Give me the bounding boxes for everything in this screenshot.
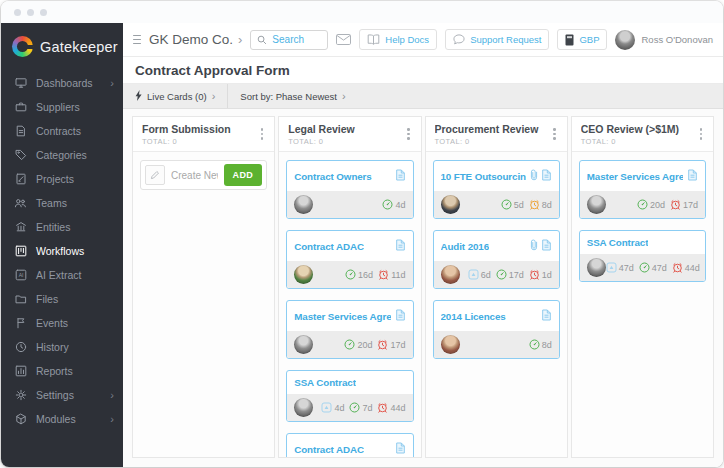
card-audit-2016[interactable]: Audit 20166d17d1d [433, 230, 560, 289]
sidebar-item-label: Settings [36, 389, 74, 401]
metric-ontrack: 20d [637, 199, 665, 210]
card-title-row: Contract Owners [287, 161, 412, 191]
card-ssa-contract[interactable]: SSA Contract47d47d44d [579, 230, 706, 282]
sidebar-item-ai-extract[interactable]: AIAI Extract [1, 263, 123, 287]
card-2014-licences[interactable]: 2014 Licences8d [433, 300, 560, 359]
brand-name: Gatekeeper [40, 39, 118, 55]
card-title-row: SSA Contract [287, 371, 412, 394]
warning-icon [529, 199, 540, 210]
company-switcher[interactable]: GK Demo Co. › [149, 32, 242, 47]
svg-text:AI: AI [18, 272, 23, 278]
card-title-row: SSA Contract [580, 231, 705, 254]
paperclip-icon [530, 167, 538, 185]
sidebar-item-history[interactable]: History [1, 335, 123, 359]
card-title-row: Contract ADAC [287, 434, 412, 457]
metric-value: 44d [390, 403, 405, 413]
metric-value: 7d [362, 403, 372, 413]
sidebar-item-workflows[interactable]: Workflows [1, 239, 123, 263]
metric-overdue: 44d [377, 402, 405, 413]
window-dot[interactable] [27, 9, 34, 16]
sidebar-item-settings[interactable]: Settings› [1, 383, 123, 407]
sidebar-item-dashboards[interactable]: Dashboards› [1, 71, 123, 95]
column-header: CEO Review (>$1M)TOTAL: 0 [572, 117, 713, 152]
card-contract-adac[interactable]: Contract ADAC16d11d [286, 433, 413, 457]
metric-ontrack: 4d [382, 199, 405, 210]
card-10-fte-outsourcing-staff[interactable]: 10 FTE Outsourcing staff5d8d [433, 160, 560, 219]
chevron-right-icon: › [212, 90, 216, 102]
search-input[interactable] [272, 34, 321, 45]
sidebar-item-files[interactable]: Files [1, 287, 123, 311]
company-name: GK Demo Co. [149, 32, 233, 47]
card-title: SSA Contract [294, 377, 356, 388]
sidebar-item-events[interactable]: Events [1, 311, 123, 335]
brand-logo[interactable]: Gatekeeper [1, 23, 123, 67]
workflows-icon [14, 245, 27, 257]
app-window: Gatekeeper Dashboards›SuppliersContracts… [1, 1, 723, 467]
column-menu-icon[interactable] [405, 126, 412, 142]
column-body: 10 FTE Outsourcing staff5d8dAudit 20166d… [426, 152, 567, 367]
column-title: CEO Review (>$1M) [581, 123, 704, 135]
doc-icon [541, 307, 552, 325]
sidebar-item-projects[interactable]: Projects [1, 167, 123, 191]
speech-bubble-icon [453, 34, 465, 45]
sidebar-item-modules[interactable]: Modules› [1, 407, 123, 431]
sidebar-item-label: Reports [36, 365, 73, 377]
metric-value: 47d [619, 263, 634, 273]
support-request-button[interactable]: Support Request [445, 29, 549, 50]
column-menu-icon[interactable] [551, 126, 558, 142]
metric-ontrack: 8d [529, 339, 552, 350]
currency-selector[interactable]: GBP [557, 29, 607, 50]
sidebar-item-label: Projects [36, 173, 74, 185]
overdue-icon [529, 269, 540, 280]
column-menu-icon[interactable] [259, 126, 266, 142]
card-avatar [441, 335, 460, 354]
column-menu-icon[interactable] [698, 126, 705, 142]
overdue-icon [377, 402, 388, 413]
help-docs-button[interactable]: Help Docs [359, 29, 437, 50]
create-card-input[interactable] [171, 170, 218, 181]
card-title: Contract ADAC [294, 241, 364, 252]
user-menu[interactable]: Ross O'Donovan [615, 30, 713, 50]
live-cards-label: Live Cards (0) [147, 91, 207, 102]
settings-icon [14, 389, 27, 401]
menu-icon[interactable] [133, 35, 141, 45]
window-dot[interactable] [40, 9, 47, 16]
sidebar-item-reports[interactable]: Reports [1, 359, 123, 383]
events-icon [14, 317, 27, 329]
card-master-services-agreement[interactable]: Master Services Agreement20d17d [286, 300, 413, 359]
card-title-row: Master Services Agreement [580, 161, 705, 191]
metric-overdue: 17d [377, 339, 405, 350]
search-box [250, 30, 328, 50]
hold-icon [468, 269, 479, 280]
column-total: TOTAL: 0 [581, 137, 704, 146]
card-metrics: 20d17d [637, 199, 698, 210]
card-master-services-agreement[interactable]: Master Services Agreement20d17d [579, 160, 706, 219]
column-body: ADD [133, 152, 274, 198]
metric-overdue: 1d [529, 269, 552, 280]
sidebar-item-contracts[interactable]: Contracts [1, 119, 123, 143]
mail-icon[interactable] [336, 34, 351, 45]
help-docs-label: Help Docs [385, 34, 429, 45]
card-meta-row: 47d47d44d [580, 254, 705, 281]
add-button[interactable]: ADD [224, 164, 263, 186]
metric-overdue: 44d [672, 262, 700, 273]
user-name: Ross O'Donovan [641, 34, 713, 45]
column-form-submission: Form SubmissionTOTAL: 0ADD [132, 116, 275, 458]
sidebar-item-teams[interactable]: Teams [1, 191, 123, 215]
card-contract-adac[interactable]: Contract ADAC16d11d [286, 230, 413, 289]
sidebar-item-entities[interactable]: Entities [1, 215, 123, 239]
live-cards-toggle[interactable]: Live Cards (0) › [123, 84, 227, 108]
column-body: Contract Owners4dContract ADAC16d11dMast… [279, 152, 420, 457]
sidebar-item-suppliers[interactable]: Suppliers [1, 95, 123, 119]
card-title: 2014 Licences [441, 311, 506, 322]
card-ssa-contract[interactable]: SSA Contract4d7d44d [286, 370, 413, 422]
card-title: Audit 2016 [441, 241, 490, 252]
metric-ontrack: 20d [344, 339, 372, 350]
metric-warning: 8d [529, 199, 552, 210]
suppliers-icon [14, 101, 27, 113]
sort-by-selector[interactable]: Sort by: Phase Newest › [228, 84, 357, 108]
contracts-icon [14, 125, 27, 137]
sidebar-item-categories[interactable]: Categories [1, 143, 123, 167]
window-dot[interactable] [14, 9, 21, 16]
card-contract-owners[interactable]: Contract Owners4d [286, 160, 413, 219]
